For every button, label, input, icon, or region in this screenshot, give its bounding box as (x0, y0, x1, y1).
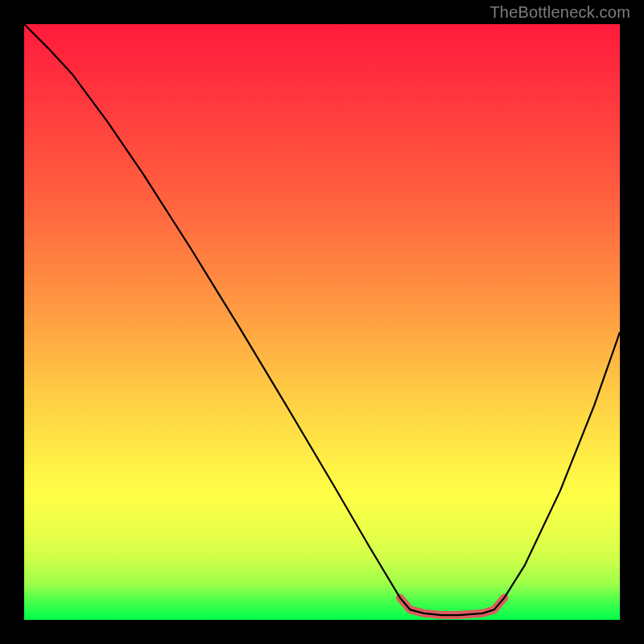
chart-svg (24, 24, 620, 620)
watermark-text: TheBottleneck.com (489, 3, 630, 22)
optimal-range-highlight (400, 598, 505, 615)
bottleneck-curve (24, 24, 620, 615)
plot-area (24, 24, 620, 620)
